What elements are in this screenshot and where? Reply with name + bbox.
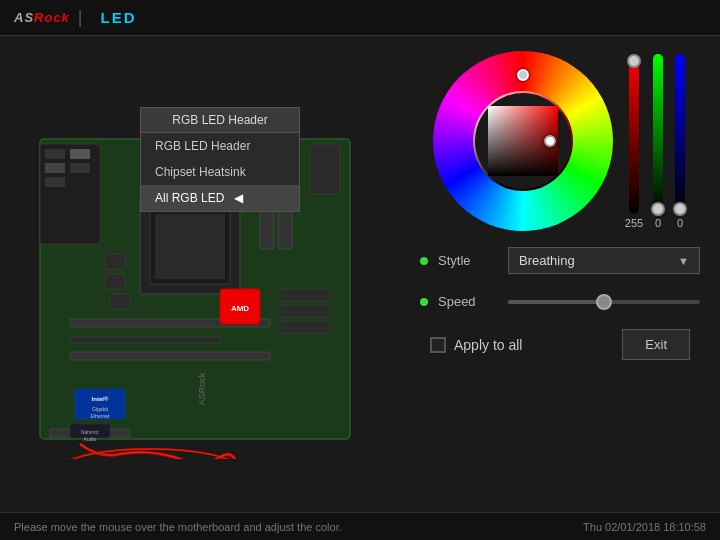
- app-footer: Please move the mouse over the motherboa…: [0, 512, 720, 540]
- apply-label: Apply to all: [454, 337, 522, 353]
- dropdown-item-chipset[interactable]: Chipset Heatsink: [141, 159, 299, 185]
- green-slider-thumb[interactable]: [651, 202, 665, 216]
- red-slider-col: 255: [625, 54, 643, 229]
- svg-text:Intel®: Intel®: [92, 396, 109, 402]
- svg-text:Gigabit: Gigabit: [92, 406, 108, 412]
- svg-rect-7: [70, 337, 220, 343]
- brand-separator: |: [78, 7, 83, 28]
- svg-rect-10: [280, 305, 330, 317]
- dropdown-arrow-icon: ▼: [678, 255, 689, 267]
- dropdown-item-all-rgb[interactable]: All RGB LED ◀: [141, 185, 299, 211]
- red-slider-track[interactable]: [627, 54, 641, 214]
- style-dot: [420, 257, 428, 265]
- svg-text:Audio: Audio: [84, 436, 97, 442]
- led-title: LED: [101, 9, 137, 26]
- bottom-buttons: Apply to all Exit: [420, 329, 700, 360]
- svg-rect-9: [280, 289, 330, 301]
- svg-rect-16: [70, 149, 90, 159]
- main-area: RGB LED Header RGB LED Header Chipset He…: [0, 36, 720, 512]
- red-value: 255: [625, 217, 643, 229]
- speed-slider-fill: [508, 300, 604, 304]
- brand-text: ASRock: [14, 10, 70, 25]
- svg-text:ASRock: ASRock: [197, 372, 207, 405]
- dropdown-item-rgb-header[interactable]: RGB LED Header: [141, 133, 299, 159]
- blue-slider-track[interactable]: [673, 54, 687, 214]
- green-slider-col: 0: [651, 54, 665, 229]
- speed-slider-track[interactable]: [508, 300, 700, 304]
- footer-hint: Please move the mouse over the motherboa…: [14, 521, 342, 533]
- speed-control-row: Speed: [420, 294, 700, 309]
- apply-to-all-area[interactable]: Apply to all: [430, 337, 522, 353]
- blue-slider-col: 0: [673, 54, 687, 229]
- style-label: Stytle: [438, 253, 498, 268]
- svg-rect-15: [45, 177, 65, 187]
- svg-rect-3: [155, 214, 225, 279]
- svg-rect-8: [70, 352, 270, 360]
- dropdown-list: RGB LED Header Chipset Heatsink All RGB …: [140, 133, 300, 212]
- green-slider-track[interactable]: [651, 54, 665, 214]
- blue-value: 0: [677, 217, 683, 229]
- svg-rect-28: [310, 144, 340, 194]
- svg-rect-13: [45, 149, 65, 159]
- svg-text:Ethernet: Ethernet: [91, 413, 111, 419]
- style-value: Breathing: [519, 253, 575, 268]
- rgb-sliders: 255 0: [625, 54, 687, 229]
- svg-rect-17: [70, 163, 90, 173]
- brand-rock: Rock: [34, 10, 70, 25]
- right-panel: 255 0: [400, 36, 720, 512]
- svg-rect-27: [110, 294, 130, 309]
- exit-button[interactable]: Exit: [622, 329, 690, 360]
- color-section: 255 0: [433, 51, 687, 231]
- target-dropdown[interactable]: RGB LED Header RGB LED Header Chipset He…: [140, 107, 300, 212]
- svg-text:Nahimic: Nahimic: [81, 429, 100, 435]
- green-value: 0: [655, 217, 661, 229]
- speed-label: Speed: [438, 294, 498, 309]
- color-wheel[interactable]: [433, 51, 613, 231]
- brand-logo: ASRock | LED: [14, 7, 137, 28]
- red-slider-thumb[interactable]: [627, 54, 641, 68]
- app-header: ASRock | LED: [0, 0, 720, 36]
- controls-section: Stytle Breathing ▼ Speed Apply: [410, 247, 710, 360]
- footer-datetime: Thu 02/01/2018 18:10:58: [583, 521, 706, 533]
- blue-slider-thumb[interactable]: [673, 202, 687, 216]
- apply-checkbox[interactable]: [430, 337, 446, 353]
- left-panel: RGB LED Header RGB LED Header Chipset He…: [0, 36, 400, 512]
- style-dropdown[interactable]: Breathing ▼: [508, 247, 700, 274]
- svg-rect-11: [280, 321, 330, 333]
- sliders-row: 255 0: [625, 54, 687, 229]
- svg-rect-14: [45, 163, 65, 173]
- svg-rect-25: [105, 254, 125, 269]
- motherboard-area: RGB LED Header RGB LED Header Chipset He…: [20, 89, 380, 469]
- style-control-row: Stytle Breathing ▼: [420, 247, 700, 274]
- speed-dot: [420, 298, 428, 306]
- dropdown-title[interactable]: RGB LED Header: [140, 107, 300, 133]
- speed-slider-thumb[interactable]: [596, 294, 612, 310]
- svg-rect-26: [105, 274, 125, 289]
- svg-text:AMD: AMD: [231, 304, 249, 313]
